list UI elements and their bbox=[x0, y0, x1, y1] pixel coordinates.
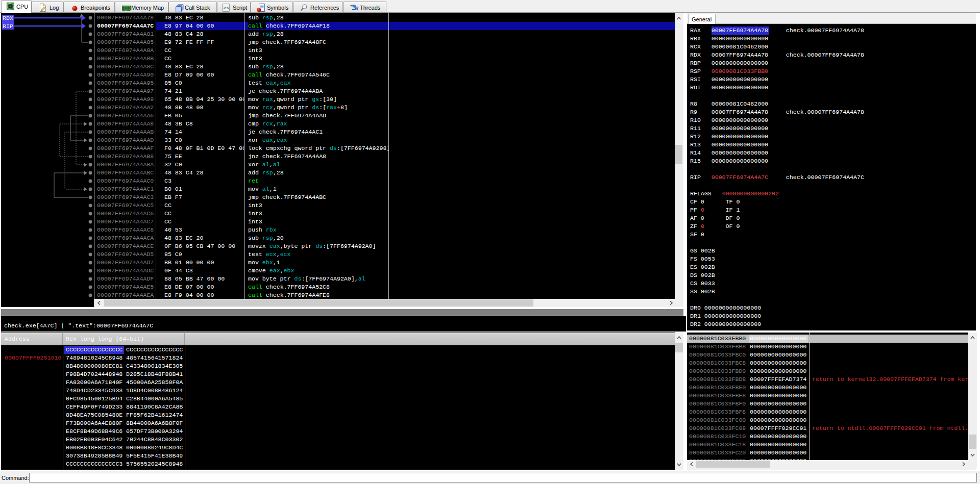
svg-text:<>: <> bbox=[224, 6, 230, 11]
svg-text:RDX: RDX bbox=[3, 15, 13, 21]
svg-text:RIP: RIP bbox=[3, 23, 13, 30]
